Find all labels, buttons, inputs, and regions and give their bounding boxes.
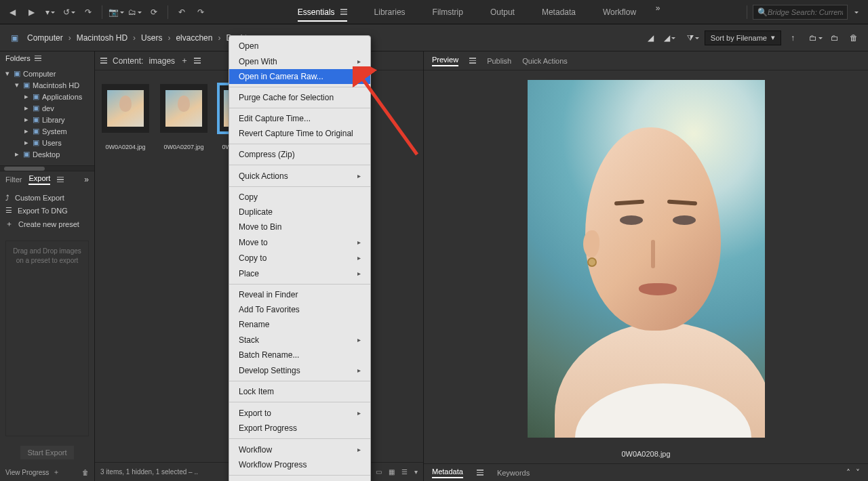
export-new-preset[interactable]: ＋Create new preset [5,217,89,231]
preview-image[interactable] [528,80,765,438]
disclosure-icon[interactable]: ▾ [14,81,20,89]
context-menu-item[interactable]: Add To Favorites [229,302,370,317]
tree-node[interactable]: ▸▣Applications [4,91,90,102]
nav-forward-icon[interactable]: ▶ [23,4,39,20]
context-menu[interactable]: OpenOpen WithOpen in Camera Raw...Purge … [229,35,371,481]
context-menu-item[interactable]: Move to Bin [229,219,370,234]
tree-node[interactable]: ▾▣Computer [4,68,90,79]
export-custom[interactable]: ⤴Custom Export [5,192,89,204]
search-input[interactable] [768,8,843,16]
start-export-button[interactable]: Start Export [20,446,73,459]
hamburger-icon[interactable] [100,58,107,64]
open-recent-icon[interactable]: 🗀 [808,30,823,45]
context-menu-item[interactable]: Open [229,39,370,54]
refresh-icon[interactable]: ⟳ [146,4,162,20]
workspace-tab-output[interactable]: Output [477,0,528,24]
tree-scrollbar[interactable] [0,165,94,171]
workspace-tab-filmstrip[interactable]: Filmstrip [419,0,477,24]
tab-quick-actions[interactable]: Quick Actions [522,57,568,65]
sort-dropdown[interactable]: Sort by Filename▾ [705,30,781,45]
view-grid-icon[interactable]: ▦ [389,468,395,476]
context-menu-item[interactable]: Quick Actions [229,168,370,184]
context-menu-item[interactable]: Open in Camera Raw... [229,69,370,84]
plus-icon[interactable]: ＋ [180,55,189,66]
search-box[interactable]: 🔍 [753,5,848,20]
disclosure-icon[interactable]: ▸ [23,127,30,135]
context-menu-item[interactable]: Workflow [229,442,370,457]
context-menu-item[interactable]: Copy [229,190,370,205]
context-menu-item[interactable]: Open With [229,54,370,69]
context-menu-item[interactable]: Export to [229,405,370,421]
disclosure-icon[interactable]: ▸ [23,115,30,124]
context-menu-item[interactable]: Move to [229,234,370,250]
context-menu-item[interactable]: Duplicate [229,205,370,219]
context-menu-item[interactable]: Rename [229,317,370,332]
context-menu-item[interactable]: Export Progress [229,421,370,436]
batch-icon[interactable]: 🗂 [127,4,143,20]
context-menu-item[interactable]: Lock Item [229,384,370,399]
tree-node[interactable]: ▸▣Users [4,137,90,148]
context-menu-item[interactable]: File Info... [229,478,370,481]
search-scope-dropdown[interactable] [848,4,864,20]
hamburger-icon[interactable] [194,58,201,64]
collapse-icon[interactable]: » [84,175,89,184]
workspace-tab-metadata[interactable]: Metadata [528,0,589,24]
thumbnail-image[interactable] [102,84,149,133]
redo-icon[interactable]: ↷ [193,4,209,20]
chevron-up-icon[interactable]: ˄ [846,468,850,478]
context-menu-item[interactable]: Develop Settings [229,362,370,378]
disclosure-icon[interactable]: ▸ [23,104,30,112]
context-menu-item[interactable]: Edit Capture Time... [229,111,370,126]
disclosure-icon[interactable]: ▸ [23,138,30,147]
context-menu-item[interactable]: Reveal in Finder [229,287,370,302]
view-progress-row[interactable]: View Progress＋ 🗑 [0,463,94,481]
workspace-tab-workflow[interactable]: Workflow [589,0,650,24]
disclosure-icon[interactable]: ▸ [23,92,30,101]
tab-keywords[interactable]: Keywords [497,469,530,477]
tree-node[interactable]: ▸▣Library [4,114,90,125]
sort-direction-icon[interactable]: ↑ [785,30,800,45]
context-menu-item[interactable]: Workflow Progress [229,457,370,472]
disclosure-icon[interactable]: ▸ [14,150,20,159]
tree-node[interactable]: ▸▣System [4,125,90,137]
context-menu-item[interactable]: Place [229,266,370,281]
crumb-computer[interactable]: Computer [27,33,63,43]
tab-metadata[interactable]: Metadata [432,467,463,478]
view-dropdown-icon[interactable]: ▾ [414,468,418,476]
thumbnail-item[interactable]: 0W0A0207.jpg [160,84,208,150]
chevron-down-icon[interactable]: ˅ [856,468,860,478]
context-menu-item[interactable]: Copy to [229,250,370,266]
crumb-mac[interactable]: Macintosh HD [77,33,127,43]
thumbnail-image[interactable] [160,84,208,133]
tree-node[interactable]: ▾▣Macintosh HD [4,79,90,91]
thumbnail-item[interactable]: 0W0A0204.jpg [102,84,149,150]
history-icon[interactable]: ↺ [61,4,77,20]
crumb-user[interactable]: elvacchen [176,33,212,43]
view-list-icon[interactable]: ☰ [401,468,408,476]
filter-icon[interactable]: ⧩ [686,30,701,45]
context-menu-item[interactable]: Purge Cache for Selection [229,90,370,105]
hamburger-icon[interactable] [57,177,64,183]
workspace-tab-essentials[interactable]: Essentials [284,0,361,24]
trash-icon[interactable]: 🗑 [846,30,861,45]
context-menu-item[interactable]: Compress (Zip) [229,147,370,162]
hamburger-icon[interactable] [477,469,484,476]
thumbnail-quality-dropdown[interactable]: ◢ [663,30,677,45]
hamburger-icon[interactable] [469,58,476,64]
tab-filter[interactable]: Filter [5,175,22,184]
workspace-tab-libraries[interactable]: Libraries [361,0,419,24]
context-menu-item[interactable]: Stack [229,332,370,348]
crumb-users[interactable]: Users [141,33,162,43]
tree-node[interactable]: ▸▣Desktop [4,148,90,160]
folders-panel-header[interactable]: Folders [0,51,94,65]
export-dng[interactable]: ☰Export To DNG [5,204,89,217]
context-menu-item[interactable]: Batch Rename... [229,348,370,362]
disclosure-icon[interactable]: ▾ [4,69,11,78]
thumbnail-quality-icon[interactable]: ◢ [644,30,658,45]
nav-recent-dropdown[interactable]: ▾ [42,4,58,20]
tab-preview[interactable]: Preview [432,56,458,66]
reveal-icon[interactable]: ↷ [80,4,96,20]
zoom-in-icon[interactable]: ▭ [376,468,382,476]
hamburger-icon[interactable] [35,56,41,62]
workspace-overflow-icon[interactable]: » [650,0,666,16]
